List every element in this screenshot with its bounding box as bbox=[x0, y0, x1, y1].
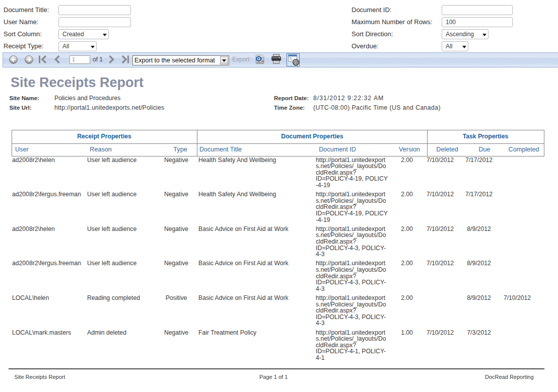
svg-text:@: @ bbox=[293, 59, 299, 65]
